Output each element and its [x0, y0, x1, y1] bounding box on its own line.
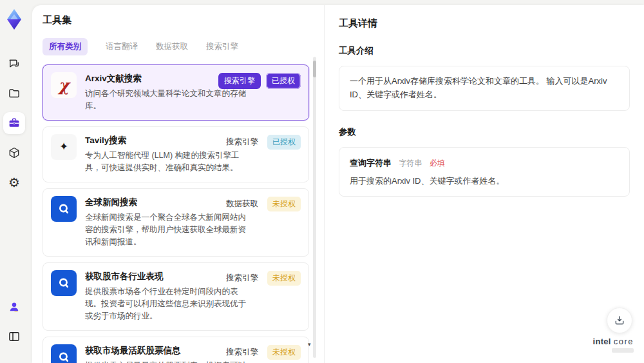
- tab-data-fetch[interactable]: 数据获取: [156, 38, 188, 55]
- scroll-down-indicator-icon[interactable]: ▾: [308, 341, 311, 348]
- sidebar-item-tools[interactable]: [3, 112, 25, 134]
- sparkle-icon: ✦: [51, 134, 77, 160]
- download-button[interactable]: [607, 308, 632, 333]
- collapse-panel-button[interactable]: [3, 326, 25, 348]
- category-label: 搜索引擎: [226, 347, 258, 358]
- intro-heading: 工具介绍: [339, 45, 630, 57]
- stock-icon: [51, 270, 77, 296]
- tab-all-categories[interactable]: 所有类别: [43, 38, 88, 55]
- category-label: 数据获取: [226, 199, 258, 210]
- cube-icon: [8, 146, 21, 159]
- tool-description: 提供当天交易量最高的股票列表，投资者可以利用这些信息来识别流动性强的股票和潜在的…: [85, 360, 254, 363]
- param-name: 查询字符串: [350, 158, 392, 168]
- chat-icon: [8, 57, 21, 70]
- status-badge: 已授权: [267, 135, 301, 150]
- category-tabs: 所有类别 语言翻译 数据获取 搜索引擎: [43, 38, 324, 55]
- tool-list-panel: 工具集 所有类别 语言翻译 数据获取 搜索引擎 χ Arxiv文献搜索 访问各个…: [32, 5, 324, 363]
- tool-detail-panel: 工具详情 工具介绍 一个用于从Arxiv存储库搜索科学论文和文章的工具。 输入可…: [325, 5, 644, 363]
- brand-sub-bar: [612, 348, 634, 353]
- param-required-badge: 必填: [430, 159, 445, 168]
- param-type: 字符串: [399, 159, 422, 168]
- tool-card-most-active-stocks[interactable]: 获取市场最活跃股票信息 提供当天交易量最高的股票列表，投资者可以利用这些信息来识…: [43, 337, 309, 363]
- main-canvas: 工具集 所有类别 语言翻译 数据获取 搜索引擎 χ Arxiv文献搜索 访问各个…: [32, 5, 644, 363]
- tool-card-sector-performance[interactable]: 获取股市各行业表现 提供股票市场各个行业在特定时间段内的表现。投资者可以利用这些…: [43, 262, 309, 331]
- brand-secondary: core: [614, 337, 634, 346]
- category-label: 搜索引擎: [226, 137, 258, 148]
- globe-news-icon: [51, 196, 77, 222]
- tool-card-arxiv[interactable]: χ Arxiv文献搜索 访问各个研究领域大量科学论文和文章的存储库。 搜索引擎 …: [43, 64, 309, 121]
- briefcase-icon: [8, 117, 21, 130]
- tool-card-global-news[interactable]: 全球新闻搜索 全球新闻搜索是一个聚合全球各大新闻网站内容的搜索引擎，帮助用户快速…: [43, 188, 309, 257]
- intro-box: 一个用于从Arxiv存储库搜索科学论文和文章的工具。 输入可以是Arxiv ID…: [339, 66, 630, 111]
- panel-icon: [8, 330, 21, 343]
- sidebar-item-files[interactable]: [3, 83, 25, 104]
- intel-core-logo: intel core: [593, 337, 634, 353]
- tool-card-tavily[interactable]: ✦ Tavily搜索 专为人工智能代理 (LLM) 构建的搜索引擎工具，可快速提…: [43, 126, 309, 182]
- category-label: 搜索引擎: [226, 273, 258, 284]
- scrollbar-thumb[interactable]: [313, 61, 316, 77]
- tab-translation[interactable]: 语言翻译: [106, 38, 138, 55]
- tool-description: 提供股票市场各个行业在特定时间段内的表现。投资者可以利用这些信息来识别表现优于或…: [85, 286, 254, 323]
- param-box: 查询字符串 字符串 必填 用于搜索的Arxiv ID、关键字或作者姓名。: [339, 147, 630, 197]
- gear-icon: ⚙: [8, 176, 20, 189]
- tool-description: 专为人工智能代理 (LLM) 构建的搜索引擎工具，可快速提供实时、准确和真实的结…: [85, 150, 254, 175]
- sidebar-item-chat[interactable]: [3, 53, 25, 75]
- tool-card-list: χ Arxiv文献搜索 访问各个研究领域大量科学论文和文章的存储库。 搜索引擎 …: [43, 64, 309, 363]
- download-icon: [614, 315, 625, 326]
- page-title: 工具集: [43, 14, 324, 26]
- stock-icon: [51, 344, 77, 363]
- detail-title: 工具详情: [339, 17, 630, 30]
- sidebar-item-models[interactable]: [3, 142, 25, 164]
- tool-description: 全球新闻搜索是一个聚合全球各大新闻网站内容的搜索引擎，帮助用户快速获取全球最新资…: [85, 211, 254, 249]
- folder-icon: [8, 87, 21, 100]
- status-badge: 未授权: [267, 197, 301, 211]
- brand-primary: intel: [593, 337, 611, 346]
- user-avatar[interactable]: [3, 296, 25, 318]
- tool-description: 访问各个研究领域大量科学论文和文章的存储库。: [85, 88, 254, 113]
- app-logo[interactable]: [5, 8, 24, 31]
- status-badge: 已授权: [266, 73, 301, 89]
- category-badge: 搜索引擎: [218, 73, 261, 89]
- tab-search-engine[interactable]: 搜索引擎: [206, 38, 238, 55]
- user-icon: [8, 300, 21, 313]
- status-badge: 未授权: [267, 345, 301, 360]
- intro-text: 一个用于从Arxiv存储库搜索科学论文和文章的工具。 输入可以是Arxiv ID…: [350, 76, 607, 99]
- left-rail: ⚙: [0, 0, 28, 363]
- list-scrollbar[interactable]: [313, 57, 316, 358]
- sidebar-item-settings[interactable]: ⚙: [3, 172, 25, 193]
- param-description: 用于搜索的Arxiv ID、关键字或作者姓名。: [350, 175, 619, 187]
- params-heading: 参数: [339, 126, 630, 138]
- status-badge: 未授权: [267, 271, 301, 286]
- arxiv-icon: χ: [51, 72, 77, 98]
